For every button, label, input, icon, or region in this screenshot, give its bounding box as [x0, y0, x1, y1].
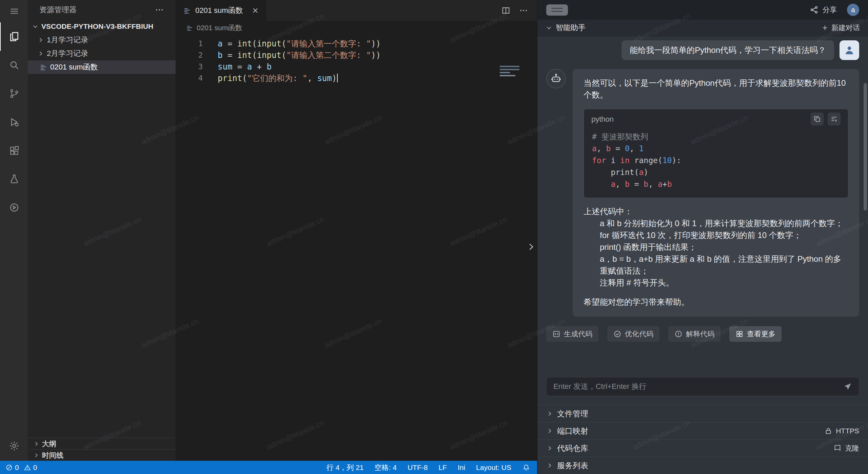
- chat-code-line: a, b = b, a+b: [592, 178, 840, 190]
- errors-indicator[interactable]: 0: [5, 463, 19, 472]
- chat-input[interactable]: [553, 382, 843, 391]
- panel-expand-chevron-icon[interactable]: [526, 239, 536, 254]
- section-port-mapping[interactable]: 端口映射 HTTPS: [537, 422, 868, 439]
- tree-folder-feb[interactable]: 2月学习记录: [28, 47, 176, 60]
- action-label: 查看更多: [747, 329, 775, 339]
- see-more-button[interactable]: 查看更多: [729, 326, 782, 342]
- send-icon[interactable]: [843, 382, 852, 391]
- eol-setting[interactable]: LF: [438, 463, 447, 472]
- explorer-more-icon[interactable]: [155, 5, 164, 15]
- extensions-icon[interactable]: [0, 136, 28, 165]
- search-icon[interactable]: [0, 51, 28, 79]
- split-editor-icon[interactable]: [501, 6, 511, 15]
- errors-count: 0: [15, 463, 19, 472]
- breadcrumb-label: 0201 sum函数: [197, 23, 242, 33]
- tree-file-sum[interactable]: 0201 sum函数: [28, 60, 176, 74]
- chat-code-lines: # 斐波那契数列a, b = 0, 1for i in range(10): p…: [584, 129, 848, 198]
- user-avatar[interactable]: a: [847, 4, 859, 16]
- new-chat-button[interactable]: 新建对话: [821, 23, 860, 33]
- editor-area: 0201 sum函数 0201 sum函数 1a = int(input("请输…: [176, 0, 537, 461]
- chat-code-line: # 斐波那契数列: [592, 131, 840, 143]
- section-label: 代码仓库: [557, 443, 588, 454]
- timeline-section[interactable]: 时间线: [28, 449, 176, 461]
- file-label: 0201 sum函数: [50, 62, 98, 72]
- code-brackets-icon: [552, 330, 560, 338]
- explanation: 上述代码中： a 和 b 分别初始化为 0 和 1，用来计算斐波那契数列的前两个…: [584, 205, 848, 289]
- section-label: 服务列表: [557, 460, 588, 471]
- run-profile-icon[interactable]: [0, 193, 28, 222]
- indent-setting[interactable]: 空格: 4: [375, 463, 397, 472]
- person-icon: [840, 40, 859, 60]
- action-label: 生成代码: [564, 329, 592, 339]
- minimap[interactable]: [500, 66, 523, 76]
- explain-item: print() 函数用于输出结果；: [600, 241, 848, 253]
- editor-tab[interactable]: 0201 sum函数: [176, 0, 266, 21]
- section-file-management[interactable]: 文件管理: [537, 405, 868, 422]
- code-line[interactable]: 4print("它们的和为: ", sum): [176, 73, 537, 84]
- encoding[interactable]: UTF-8: [408, 463, 428, 472]
- cursor-position[interactable]: 行 4，列 21: [327, 463, 364, 472]
- language-mode[interactable]: Ini: [458, 463, 465, 472]
- code-line[interactable]: 3sum = a + b: [176, 61, 537, 73]
- chat-code-line: print(a): [592, 166, 840, 178]
- chat-scrollbar[interactable]: [864, 83, 867, 211]
- code-line[interactable]: 1a = int(input("请输入第一个数字: ")): [176, 38, 537, 50]
- tree-folder-jan[interactable]: 1月学习记录: [28, 33, 176, 47]
- robot-icon: [546, 69, 566, 88]
- explorer-icon[interactable]: [0, 22, 28, 51]
- assistant-message-row: 当然可以，以下是一个简单的Python代码，用于求解斐波那契数列的前10个数。 …: [546, 69, 859, 317]
- section-extra-label: 克隆: [845, 443, 859, 453]
- source-control-icon[interactable]: [0, 79, 28, 108]
- closing-line: 希望能对您的学习带来帮助。: [584, 296, 848, 308]
- grid-icon: [735, 330, 744, 338]
- generate-code-button[interactable]: 生成代码: [546, 326, 598, 342]
- lock-icon: [824, 427, 832, 435]
- assistant-panel: 分享 a 智能助手 新建对话 能给我一段简单的Python代码，学习一下相关语法…: [537, 0, 868, 474]
- breadcrumb[interactable]: 0201 sum函数: [176, 21, 537, 35]
- testing-flask-icon[interactable]: [0, 165, 28, 193]
- bell-icon[interactable]: [522, 463, 530, 472]
- status-bar: 0 0 行 4，列 21 空格: 4 UTF-8 LF Ini Layout: …: [0, 461, 537, 474]
- section-label: 端口映射: [557, 426, 588, 436]
- code-line[interactable]: 2b = int(input("请输入第二个数字: ")): [176, 50, 537, 61]
- keyboard-layout[interactable]: Layout: US: [476, 463, 511, 472]
- share-icon[interactable]: [810, 5, 818, 14]
- copy-code-icon[interactable]: [811, 113, 824, 125]
- warnings-indicator[interactable]: 0: [24, 463, 37, 472]
- menu-icon[interactable]: [0, 0, 28, 22]
- section-code-repo[interactable]: 代码仓库 克隆: [537, 439, 868, 457]
- optimize-code-button[interactable]: 优化代码: [607, 326, 659, 342]
- explain-item: 注释用 # 符号开头。: [600, 277, 848, 289]
- chevron-right-icon: [546, 410, 553, 417]
- folder-label: 1月学习记录: [47, 35, 88, 45]
- chevron-right-icon: [546, 462, 553, 469]
- editor-more-icon[interactable]: [519, 6, 528, 15]
- chevron-right-icon: [546, 445, 553, 452]
- outline-section[interactable]: 大纲: [28, 438, 176, 449]
- section-service-list[interactable]: 服务列表: [537, 457, 868, 474]
- explain-code-button[interactable]: 解释代码: [668, 326, 721, 342]
- code-area[interactable]: 1a = int(input("请输入第一个数字: "))2b = int(in…: [176, 35, 537, 84]
- code-language-label: python: [591, 113, 614, 125]
- tree-root-folder[interactable]: VSCODE-PYTHON-V3-BKFFBIUH: [28, 20, 176, 33]
- insert-code-icon[interactable]: [828, 113, 841, 125]
- section-extra-label: HTTPS: [836, 427, 859, 435]
- settings-gear-icon[interactable]: [0, 432, 28, 460]
- chat-area[interactable]: 能给我一段简单的Python代码，学习一下相关语法吗？ 当然可以，以下是一个简单…: [537, 36, 868, 372]
- timeline-label: 时间线: [42, 451, 63, 460]
- quick-actions: 生成代码 优化代码 解释代码 查看更多: [546, 326, 859, 342]
- assistant-message: 当然可以，以下是一个简单的Python代码，用于求解斐波那契数列的前10个数。 …: [573, 69, 859, 317]
- editor-caret: [337, 74, 338, 82]
- tab-bar: 0201 sum函数: [176, 0, 537, 21]
- assistant-title: 智能助手: [556, 23, 586, 33]
- chevron-right-icon: [37, 50, 44, 57]
- new-chat-label: 新建对话: [831, 23, 860, 33]
- share-label[interactable]: 分享: [823, 5, 837, 15]
- run-debug-icon[interactable]: [0, 108, 28, 136]
- chat-input-box[interactable]: [546, 377, 859, 396]
- chevron-down-icon[interactable]: [546, 24, 552, 31]
- close-icon[interactable]: [251, 6, 259, 15]
- drag-handle-icon[interactable]: [546, 4, 568, 16]
- code-card: python # 斐波那契数列a, b = 0, 1for i in range…: [584, 109, 848, 198]
- chevron-right-icon: [33, 441, 39, 447]
